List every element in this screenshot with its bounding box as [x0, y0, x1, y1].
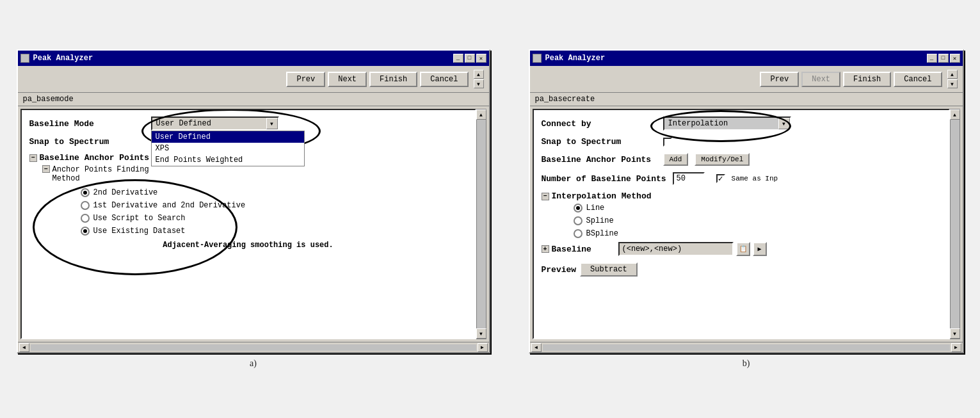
minimize-btn-a[interactable]: _ — [453, 54, 463, 63]
modify-button-b[interactable]: Modify/Del — [695, 153, 750, 166]
scroll-up-b[interactable]: ▲ — [947, 70, 958, 79]
scroll-up-btn-a[interactable]: ▲ — [476, 109, 486, 120]
anchor-label-a: Baseline Anchor Points — [40, 153, 150, 163]
interp-method-label: Interpolation Method — [552, 191, 652, 201]
scroll-down-a[interactable]: ▼ — [474, 79, 484, 88]
close-btn-a[interactable]: ✕ — [476, 54, 486, 63]
scroll-down-btn-b[interactable]: ▼ — [950, 328, 960, 339]
radio-label-line: Line — [586, 204, 605, 213]
subtract-button-b[interactable]: Subtract — [580, 262, 638, 277]
same-as-input-checkbox[interactable]: ✓ — [716, 174, 725, 183]
baseline-mode-arrow[interactable]: ▼ — [266, 118, 278, 129]
finish-button-b[interactable]: Finish — [843, 72, 891, 87]
hscroll-track-a[interactable] — [31, 344, 476, 351]
interp-method-section: − Interpolation Method Line — [542, 191, 941, 238]
snap-checkbox-b[interactable] — [663, 138, 672, 147]
same-as-input-label: Same as Inp — [732, 175, 778, 182]
baseline-mode-menu[interactable]: User Defined XPS End Points Weighted — [151, 131, 305, 166]
dropdown-item-end-points[interactable]: End Points Weighted — [152, 154, 304, 166]
radio-label-2: 1st Derivative and 2nd Derivative — [93, 201, 246, 210]
hscrollbar-a[interactable]: ◀ ▶ — [18, 342, 489, 352]
window-a: Peak Analyzer _ □ ✕ Prev Next Finish Can… — [17, 49, 490, 353]
radio-1st-2nd-derivative[interactable]: 1st Derivative and 2nd Derivative — [81, 201, 246, 210]
baseline-row-b: + Baseline 📋 ▶ — [542, 242, 941, 256]
radio-label-spline: Spline — [586, 216, 614, 225]
scroll-up-a[interactable]: ▲ — [474, 70, 484, 79]
toolbar-b: Prev Next Finish Cancel ▲ ▼ — [530, 66, 963, 93]
window-b: Peak Analyzer _ □ ✕ Prev Next Finish Can… — [529, 49, 964, 353]
scroll-up-btn-b[interactable]: ▲ — [950, 109, 960, 120]
scroll-down-b[interactable]: ▼ — [947, 79, 958, 88]
prev-button-a[interactable]: Prev — [286, 72, 325, 87]
radio-label-4: Use Existing Dataset — [93, 227, 186, 236]
radio-existing-dataset[interactable]: Use Existing Dataset — [81, 227, 246, 236]
cancel-button-a[interactable]: Cancel — [420, 72, 468, 87]
hscroll-track-b[interactable] — [543, 344, 950, 351]
next-button-a[interactable]: Next — [328, 72, 367, 87]
num-baseline-label: Number of Baseline Points — [542, 174, 666, 184]
title-bar-b: Peak Analyzer _ □ ✕ — [530, 51, 963, 66]
content-area-a: Baseline Mode User Defined XPS End Point… — [18, 106, 489, 342]
radio-script[interactable]: Use Script to Search — [81, 214, 246, 223]
preview-row-b: Preview Subtract — [542, 262, 941, 277]
num-baseline-input[interactable] — [673, 172, 705, 185]
connect-by-row: Connect by Interpolation Line Spline — [542, 117, 941, 131]
baseline-copy-btn[interactable]: 📋 — [736, 242, 750, 256]
radio-circle-line[interactable] — [574, 204, 582, 213]
finding-toggle-a[interactable]: − — [42, 165, 50, 173]
cancel-button-b[interactable]: Cancel — [894, 72, 942, 87]
radio-2nd-derivative[interactable]: 2nd Derivative — [81, 188, 246, 197]
radio-circle-bspline[interactable] — [574, 229, 582, 238]
baseline-play-btn[interactable]: ▶ — [753, 242, 767, 256]
finish-button-a[interactable]: Finish — [369, 72, 417, 87]
radio-label-bspline: BSpline — [586, 229, 618, 238]
radio-circle-3[interactable] — [81, 214, 90, 223]
dropdown-item-user-defined[interactable]: User Defined — [152, 131, 304, 143]
snap-label-b: Snap to Spectrum — [542, 137, 657, 147]
title-icon-a — [20, 54, 29, 63]
scrollbar-v-a[interactable]: ▲ ▼ — [476, 109, 486, 339]
prev-button-b[interactable]: Prev — [760, 72, 799, 87]
caption-a: a) — [250, 358, 257, 369]
radio-circle-2[interactable] — [81, 201, 90, 210]
interp-oval-wrapper: Interpolation Line Spline ▼ — [663, 117, 791, 131]
dropdown-item-xps[interactable]: XPS — [152, 143, 304, 154]
maximize-btn-b[interactable]: □ — [938, 54, 949, 63]
scroll-track-a[interactable] — [477, 120, 486, 328]
radio-bspline[interactable]: BSpline — [574, 229, 941, 238]
baseline-toggle-b[interactable]: + — [542, 245, 549, 253]
close-btn-b[interactable]: ✕ — [950, 54, 960, 63]
connect-by-arrow[interactable]: ▼ — [778, 118, 790, 129]
mode-label-a: pa_basemode — [18, 93, 489, 106]
connect-by-dropdown-wrapper: Interpolation Line Spline ▼ — [663, 117, 791, 131]
hscrollbar-b[interactable]: ◀ ▶ — [530, 342, 963, 352]
maximize-btn-a[interactable]: □ — [465, 54, 475, 63]
radio-line[interactable]: Line — [574, 204, 941, 213]
baseline-input-b[interactable] — [618, 242, 734, 256]
anchor-label-b: Baseline Anchor Points — [542, 155, 657, 165]
radio-circle-1[interactable] — [81, 188, 90, 197]
baseline-mode-select[interactable]: User Defined XPS End Points Weighted — [151, 117, 279, 131]
anchor-toggle-a[interactable]: − — [29, 154, 37, 162]
num-baseline-row: Number of Baseline Points ✓ Same as Inp — [542, 172, 941, 185]
hscroll-right-a[interactable]: ▶ — [478, 343, 488, 352]
status-text-a: Adjacent-Averaging smoothing is used. — [29, 241, 467, 250]
radio-spline[interactable]: Spline — [574, 216, 941, 225]
title-icon-b — [533, 54, 542, 63]
scrollbar-v-b[interactable]: ▲ ▼ — [950, 109, 960, 339]
scroll-down-btn-a[interactable]: ▼ — [476, 328, 486, 339]
radio-label-1: 2nd Derivative — [93, 188, 158, 197]
toolbar-a: Prev Next Finish Cancel ▲ ▼ — [18, 66, 489, 93]
hscroll-left-b[interactable]: ◀ — [531, 343, 542, 352]
scroll-track-b[interactable] — [951, 120, 960, 328]
add-button-b[interactable]: Add — [663, 153, 689, 166]
interp-toggle-b[interactable]: − — [542, 193, 549, 200]
hscroll-left-a[interactable]: ◀ — [19, 343, 29, 352]
connect-by-select[interactable]: Interpolation Line Spline — [663, 117, 791, 131]
baseline-label-b: Baseline — [552, 245, 616, 254]
radio-circle-4[interactable] — [81, 227, 90, 236]
radio-circle-spline[interactable] — [574, 216, 582, 225]
next-button-b[interactable]: Next — [801, 72, 840, 87]
minimize-btn-b[interactable]: _ — [927, 54, 937, 63]
hscroll-right-b[interactable]: ▶ — [951, 343, 961, 352]
